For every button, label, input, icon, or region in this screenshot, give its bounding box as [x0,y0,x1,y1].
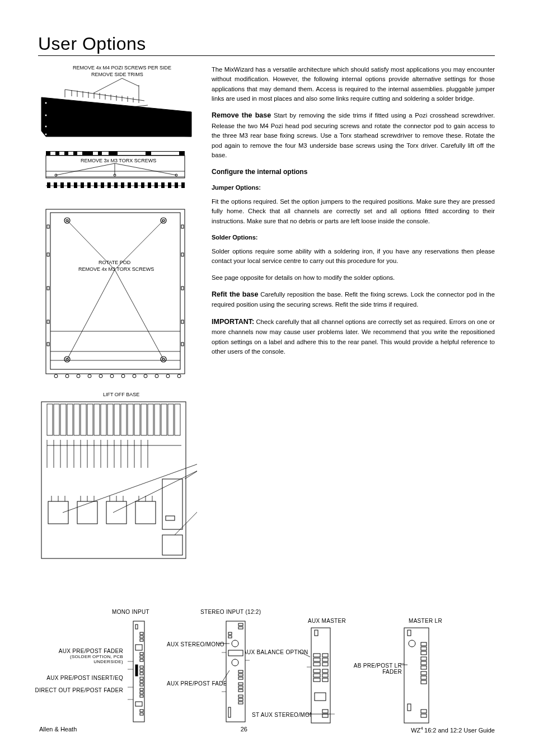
svg-rect-57 [128,182,131,188]
svg-rect-60 [148,182,151,188]
label-aux-pre-post-insert: AUX PRE/POST INSERT/EQ [28,675,123,681]
svg-rect-175 [135,665,138,676]
label-ab-pre-post-lr: AB PRE/POST LR FADER [334,663,402,675]
label-lift-off-base: LIFT OFF BASE [103,392,139,397]
svg-rect-50 [81,182,84,188]
svg-rect-55 [114,182,118,188]
svg-point-20 [45,133,47,135]
svg-rect-213 [311,628,330,723]
svg-point-96 [88,374,91,378]
label-solder-note: (SOLDER OPTION, PCB UNDERSIDE) [45,655,123,665]
svg-point-98 [110,374,114,378]
svg-point-17 [45,102,47,104]
diagram-column: REMOVE 4x M4 POZI SCREWS PER SIDE REMOVE… [38,65,195,573]
footer-guide-title: WZ4 16:2 and 12:2 User Guide [411,726,495,734]
text-column: The MixWizard has a versatile architectu… [212,65,495,573]
svg-rect-59 [141,182,144,188]
pcb-diagrams: MONO INPUT STEREO INPUT (12:2) AUX MASTE… [28,609,506,732]
svg-point-102 [155,374,158,378]
svg-rect-45 [47,182,50,188]
svg-point-95 [77,374,80,378]
svg-rect-53 [101,182,104,188]
svg-point-99 [121,374,125,378]
svg-rect-31 [93,152,98,155]
label-aux-master: AUX MASTER [308,618,346,624]
pcb-mono [128,619,150,726]
pcb-stereo [222,619,250,726]
svg-line-22 [122,78,139,86]
svg-point-18 [45,114,47,116]
label-remove-4x-torx: REMOVE 4x M3 TORX SCREWS [78,266,154,272]
pcb-aux-master [307,626,335,727]
diagram-lift-base: LIFT OFF BASE [38,392,195,565]
svg-rect-192 [226,621,245,722]
diagram-remove-trims: REMOVE 4x M4 POZI SCREWS PER SIDE REMOVE… [38,65,195,142]
label-aux-balance: AUX BALANCE OPTION [243,649,308,655]
svg-point-104 [177,374,181,378]
svg-point-97 [99,374,102,378]
svg-rect-66 [46,209,185,374]
label-rotate-pod-1: ROTATE POD [68,121,100,126]
paragraph-intro: The MixWizard has a versatile architectu… [212,65,495,104]
svg-rect-65 [181,182,185,188]
svg-rect-29 [68,152,73,155]
svg-rect-63 [168,182,171,188]
page-title: User Options [38,34,495,56]
heading-configure: Configure the internal options [212,167,495,177]
svg-rect-32 [102,152,109,155]
svg-rect-56 [121,182,124,188]
svg-point-100 [133,374,136,378]
svg-rect-58 [134,182,138,188]
paragraph-remove-base: Remove the base Start by removing the si… [212,110,495,160]
svg-rect-46 [54,182,57,188]
label-rotate-pod-2: ROTATE POD [99,260,130,265]
heading-solder: Solder Options: [212,233,495,242]
paragraph-solder: Solder options require some ability with… [212,247,495,266]
paragraph-refit: Refit the base Carefully reposition the … [212,289,495,310]
heading-jumper: Jumper Options: [212,183,495,192]
lead-important: IMPORTANT: [212,318,254,326]
page-footer: Allen & Heath 26 WZ4 16:2 and 12:2 User … [39,726,495,734]
label-master-lr: MASTER LR [409,618,442,624]
label-remove-m4-pozi: REMOVE M4 POZI SCREW PER SIDE [68,111,157,116]
paragraph-see-opposite: See page opposite for details on how to … [212,273,495,283]
svg-rect-61 [154,182,158,188]
label-mono-input: MONO INPUT [112,609,149,615]
svg-rect-49 [74,182,77,188]
label-aux-stereo-mono: AUX STEREO/MONO [167,641,224,647]
paragraph-important: IMPORTANT: Check carefully that all chan… [212,317,495,356]
svg-point-103 [166,374,170,378]
lead-refit: Refit the base [212,290,258,298]
footer-page-number: 26 [241,726,247,734]
svg-rect-48 [67,182,71,188]
svg-line-21 [94,78,122,93]
svg-rect-27 [50,152,55,155]
diagram-torx-rear: REMOVE 3x M3 TORX SCREWS [38,150,195,200]
lead-remove-base: Remove the base [212,111,271,119]
label-aux-pre-post-fader-left: AUX PRE/POST FADER [45,648,123,654]
svg-rect-28 [59,152,64,155]
svg-point-93 [54,374,58,378]
svg-rect-62 [161,182,165,188]
svg-rect-51 [87,182,91,188]
text-important: Check carefully that all channel options… [212,318,495,355]
svg-rect-33 [118,152,146,155]
svg-point-19 [45,125,47,128]
label-direct-out: DIRECT OUT PRE/POST FADER [28,687,123,693]
paragraph-jumper: Fit the options required. Set the option… [212,197,495,226]
footer-brand: Allen & Heath [39,726,77,734]
svg-line-162 [185,415,197,479]
svg-rect-34 [151,152,179,155]
svg-rect-64 [175,182,178,188]
svg-rect-52 [94,182,97,188]
svg-rect-47 [60,182,64,188]
svg-point-101 [144,374,147,378]
label-stereo-input: STEREO INPUT (12:2) [200,609,261,615]
diagram-underside: ROTATE POD REMOVE 4x M3 TORX SCREWS [38,208,195,382]
label-remove-3x-torx: REMOVE 3x M3 TORX SCREWS [81,158,156,163]
pcb-master-lr [400,626,433,727]
svg-point-94 [65,374,69,378]
svg-line-2 [65,90,144,101]
svg-rect-30 [77,152,82,155]
content-columns: REMOVE 4x M4 POZI SCREWS PER SIDE REMOVE… [38,65,495,573]
